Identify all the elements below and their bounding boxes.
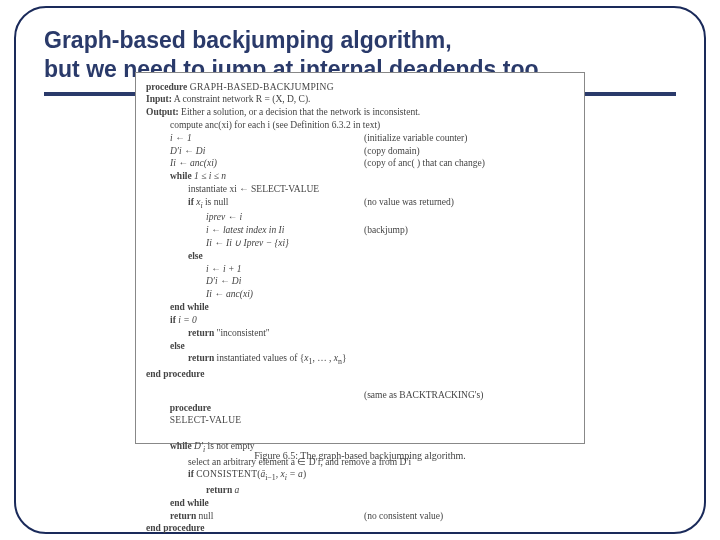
output-text: Either a solution, or a decision that th… — [181, 107, 420, 117]
algo-line: if xi is null — [188, 196, 364, 212]
algo-line: return null — [170, 510, 364, 523]
algorithm-box: procedure GRAPH-BASED-BACKJUMPING Input:… — [135, 72, 585, 444]
proc2-header: procedure SELECT-VALUE (same as BACKTRAC… — [146, 389, 574, 440]
algo-line: instantiate xi ← SELECT-VALUE — [146, 183, 574, 196]
algo-line: return a — [146, 484, 574, 497]
algo-line: if i = 0 — [146, 314, 574, 327]
cond: 1 ≤ i ≤ n — [194, 171, 226, 181]
endwhile-kw: end while — [146, 301, 574, 314]
algo-comment: (initialize variable counter) — [364, 132, 574, 145]
while-kw: while — [170, 171, 192, 181]
endproc-kw: end procedure — [146, 368, 574, 381]
algo-comment: (no consistent value) — [364, 510, 574, 523]
algo-comment: (copy domain) — [364, 145, 574, 158]
proc1-name: GRAPH-BASED-BACKJUMPING — [190, 82, 334, 92]
algo-line: select an arbitrary element a ∈ D′i, and… — [146, 456, 574, 469]
algo-line: D′i ← Di — [170, 145, 364, 158]
algo-line: if CONSISTENT(āi−1, xi = a) — [146, 468, 574, 484]
algo-line: i ← i + 1 — [146, 263, 574, 276]
algo-line: iprev ← i — [146, 211, 574, 224]
algo-comment: (backjump) — [364, 224, 574, 237]
proc-keyword: procedure — [170, 403, 211, 413]
proc1-header: procedure GRAPH-BASED-BACKJUMPING — [146, 81, 574, 94]
algo-line: D′i ← Di — [146, 275, 574, 288]
slide-frame: Graph-based backjumping algorithm, but w… — [14, 6, 706, 534]
algo-line: i ← latest index in Ii — [206, 224, 364, 237]
algo-line: while D′i is not empty — [146, 440, 574, 456]
algo-line: return instantiated values of {x1, … , x… — [146, 352, 574, 368]
proc2-note: (same as BACKTRACKING's) — [364, 389, 574, 440]
spacer — [146, 381, 574, 389]
proc2-name: SELECT-VALUE — [170, 415, 242, 425]
algorithm-container: procedure GRAPH-BASED-BACKJUMPING Input:… — [44, 102, 676, 444]
proc-keyword: procedure — [146, 82, 187, 92]
algo-comment: (copy of anc( ) that can change) — [364, 157, 574, 170]
algo-line: return "inconsistent" — [146, 327, 574, 340]
title-line1: Graph-based backjumping algorithm, — [44, 27, 452, 53]
input-line: Input: A constraint network R = (X, D, C… — [146, 93, 574, 106]
algo-comment: (no value was returned) — [364, 196, 574, 212]
algo-line: i ← 1 — [170, 132, 364, 145]
output-line: Output: Either a solution, or a decision… — [146, 106, 574, 119]
algo-line: Ii ← anc(xi) — [170, 157, 364, 170]
endproc-kw: end procedure — [146, 522, 574, 535]
algo-line: Ii ← Ii ∪ Iprev − {xi} — [146, 237, 574, 250]
else-kw: else — [146, 250, 574, 263]
algo-line: compute anc(xi) for each i (see Definiti… — [146, 119, 574, 132]
input-text: A constraint network R = (X, D, C). — [174, 94, 311, 104]
algo-line: Ii ← anc(xi) — [146, 288, 574, 301]
input-label: Input: — [146, 94, 172, 104]
else-kw: else — [146, 340, 574, 353]
endwhile-kw: end while — [146, 497, 574, 510]
output-label: Output: — [146, 107, 179, 117]
l6: instantiate xi ← SELECT-VALUE — [188, 184, 319, 194]
